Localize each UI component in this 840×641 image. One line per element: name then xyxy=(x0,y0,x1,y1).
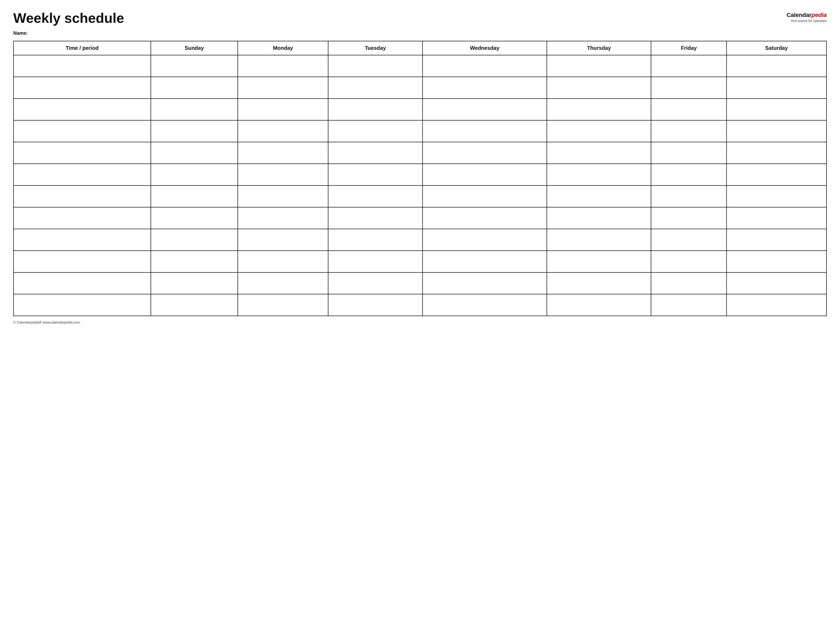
cell-row5-col5[interactable] xyxy=(547,164,651,185)
cell-row10-col3[interactable] xyxy=(328,272,422,294)
cell-row0-col1[interactable] xyxy=(151,55,238,77)
cell-row5-col4[interactable] xyxy=(422,164,547,185)
cell-row10-col1[interactable] xyxy=(151,272,238,294)
table-header-row: Time / period Sunday Monday Tuesday Wedn… xyxy=(13,41,827,55)
cell-row6-col1[interactable] xyxy=(151,185,238,207)
cell-row9-col7[interactable] xyxy=(727,251,827,272)
cell-row7-col3[interactable] xyxy=(328,207,422,229)
cell-row1-col4[interactable] xyxy=(422,77,547,98)
cell-row10-col0[interactable] xyxy=(13,272,151,294)
cell-row6-col0[interactable] xyxy=(13,185,151,207)
cell-row6-col3[interactable] xyxy=(328,185,422,207)
cell-row5-col2[interactable] xyxy=(238,164,328,185)
cell-row1-col6[interactable] xyxy=(651,77,726,98)
table-row xyxy=(13,272,827,294)
cell-row11-col3[interactable] xyxy=(328,294,422,316)
cell-row2-col6[interactable] xyxy=(651,98,726,120)
cell-row10-col4[interactable] xyxy=(422,272,547,294)
cell-row6-col4[interactable] xyxy=(422,185,547,207)
cell-row5-col6[interactable] xyxy=(651,164,726,185)
cell-row11-col2[interactable] xyxy=(238,294,328,316)
cell-row3-col2[interactable] xyxy=(238,120,328,142)
cell-row11-col4[interactable] xyxy=(422,294,547,316)
cell-row8-col7[interactable] xyxy=(727,229,827,251)
cell-row4-col3[interactable] xyxy=(328,142,422,164)
cell-row7-col2[interactable] xyxy=(238,207,328,229)
cell-row1-col1[interactable] xyxy=(151,77,238,98)
cell-row1-col2[interactable] xyxy=(238,77,328,98)
cell-row5-col3[interactable] xyxy=(328,164,422,185)
cell-row3-col4[interactable] xyxy=(422,120,547,142)
cell-row0-col2[interactable] xyxy=(238,55,328,77)
cell-row9-col6[interactable] xyxy=(651,251,726,272)
cell-row8-col4[interactable] xyxy=(422,229,547,251)
cell-row11-col5[interactable] xyxy=(547,294,651,316)
cell-row4-col6[interactable] xyxy=(651,142,726,164)
cell-row4-col0[interactable] xyxy=(13,142,151,164)
cell-row3-col7[interactable] xyxy=(727,120,827,142)
cell-row8-col1[interactable] xyxy=(151,229,238,251)
cell-row11-col1[interactable] xyxy=(151,294,238,316)
cell-row0-col5[interactable] xyxy=(547,55,651,77)
cell-row8-col3[interactable] xyxy=(328,229,422,251)
cell-row3-col6[interactable] xyxy=(651,120,726,142)
cell-row3-col1[interactable] xyxy=(151,120,238,142)
cell-row7-col7[interactable] xyxy=(727,207,827,229)
cell-row5-col1[interactable] xyxy=(151,164,238,185)
cell-row11-col6[interactable] xyxy=(651,294,726,316)
cell-row9-col1[interactable] xyxy=(151,251,238,272)
cell-row2-col3[interactable] xyxy=(328,98,422,120)
cell-row6-col7[interactable] xyxy=(727,185,827,207)
cell-row6-col5[interactable] xyxy=(547,185,651,207)
cell-row2-col5[interactable] xyxy=(547,98,651,120)
cell-row7-col1[interactable] xyxy=(151,207,238,229)
cell-row0-col3[interactable] xyxy=(328,55,422,77)
cell-row7-col4[interactable] xyxy=(422,207,547,229)
cell-row5-col0[interactable] xyxy=(13,164,151,185)
col-header-monday: Monday xyxy=(238,41,328,55)
cell-row2-col4[interactable] xyxy=(422,98,547,120)
cell-row10-col2[interactable] xyxy=(238,272,328,294)
cell-row8-col6[interactable] xyxy=(651,229,726,251)
cell-row4-col1[interactable] xyxy=(151,142,238,164)
cell-row4-col5[interactable] xyxy=(547,142,651,164)
cell-row7-col5[interactable] xyxy=(547,207,651,229)
cell-row10-col7[interactable] xyxy=(727,272,827,294)
cell-row1-col3[interactable] xyxy=(328,77,422,98)
copyright-text: © Calendarpedia® www.calendarpedia.com xyxy=(13,320,80,324)
cell-row9-col3[interactable] xyxy=(328,251,422,272)
cell-row4-col4[interactable] xyxy=(422,142,547,164)
cell-row11-col7[interactable] xyxy=(727,294,827,316)
cell-row0-col7[interactable] xyxy=(727,55,827,77)
cell-row0-col4[interactable] xyxy=(422,55,547,77)
cell-row9-col0[interactable] xyxy=(13,251,151,272)
cell-row0-col6[interactable] xyxy=(651,55,726,77)
cell-row0-col0[interactable] xyxy=(13,55,151,77)
cell-row10-col6[interactable] xyxy=(651,272,726,294)
cell-row4-col7[interactable] xyxy=(727,142,827,164)
cell-row3-col3[interactable] xyxy=(328,120,422,142)
cell-row1-col0[interactable] xyxy=(13,77,151,98)
cell-row2-col0[interactable] xyxy=(13,98,151,120)
cell-row4-col2[interactable] xyxy=(238,142,328,164)
cell-row8-col5[interactable] xyxy=(547,229,651,251)
cell-row9-col4[interactable] xyxy=(422,251,547,272)
cell-row8-col2[interactable] xyxy=(238,229,328,251)
cell-row2-col1[interactable] xyxy=(151,98,238,120)
cell-row5-col7[interactable] xyxy=(727,164,827,185)
cell-row2-col7[interactable] xyxy=(727,98,827,120)
cell-row11-col0[interactable] xyxy=(13,294,151,316)
cell-row3-col0[interactable] xyxy=(13,120,151,142)
cell-row1-col7[interactable] xyxy=(727,77,827,98)
cell-row10-col5[interactable] xyxy=(547,272,651,294)
cell-row8-col0[interactable] xyxy=(13,229,151,251)
cell-row9-col2[interactable] xyxy=(238,251,328,272)
cell-row6-col6[interactable] xyxy=(651,185,726,207)
cell-row1-col5[interactable] xyxy=(547,77,651,98)
cell-row2-col2[interactable] xyxy=(238,98,328,120)
cell-row7-col0[interactable] xyxy=(13,207,151,229)
cell-row6-col2[interactable] xyxy=(238,185,328,207)
cell-row9-col5[interactable] xyxy=(547,251,651,272)
cell-row7-col6[interactable] xyxy=(651,207,726,229)
cell-row3-col5[interactable] xyxy=(547,120,651,142)
